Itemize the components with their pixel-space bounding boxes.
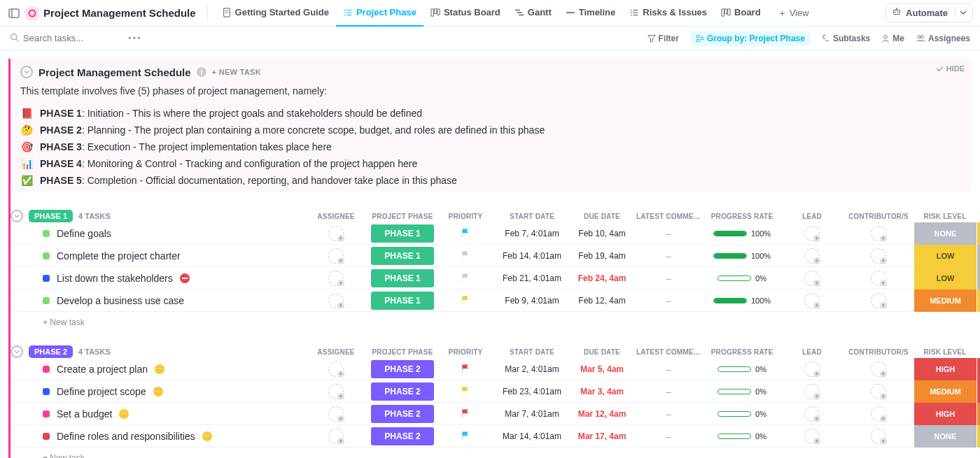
add-contributor-icon[interactable] bbox=[871, 293, 886, 308]
column-header[interactable]: CONTRIBUTOR/S bbox=[844, 348, 913, 356]
tab-board[interactable]: Board bbox=[714, 0, 768, 27]
tab-project-phase[interactable]: Project Phase bbox=[336, 0, 424, 27]
lead-cell[interactable] bbox=[780, 406, 844, 422]
column-header[interactable]: START DATE bbox=[493, 213, 570, 220]
start-date[interactable]: Mar 7, 4:01am bbox=[493, 409, 570, 419]
latest-comment[interactable]: – bbox=[634, 296, 704, 306]
issue-level[interactable]: NONE bbox=[976, 245, 980, 267]
task-row[interactable]: List down the stakeholders PHASE 1Feb 21… bbox=[10, 267, 972, 289]
column-header[interactable]: ISSUE LEVEL bbox=[976, 348, 980, 356]
search-input[interactable] bbox=[23, 33, 121, 43]
hide-button[interactable]: HIDE bbox=[936, 64, 965, 73]
column-header[interactable]: DUE DATE bbox=[570, 213, 634, 220]
add-assignee-icon[interactable] bbox=[328, 384, 344, 399]
task-title[interactable]: Set a budget bbox=[57, 408, 112, 420]
status-square[interactable] bbox=[43, 410, 50, 417]
panel-title[interactable]: Project Management Schedule bbox=[38, 66, 191, 78]
issue-level[interactable]: HIGH bbox=[976, 380, 980, 403]
add-lead-icon[interactable] bbox=[804, 226, 820, 241]
phase-cell[interactable]: PHASE 2 bbox=[368, 405, 438, 423]
priority-cell[interactable] bbox=[438, 364, 493, 375]
risk-level[interactable]: MEDIUM bbox=[913, 289, 976, 312]
status-square[interactable] bbox=[43, 275, 50, 282]
lead-cell[interactable] bbox=[780, 226, 844, 241]
priority-cell[interactable] bbox=[438, 250, 493, 262]
phase-cell[interactable]: PHASE 1 bbox=[368, 224, 438, 243]
risk-level[interactable]: LOW bbox=[913, 267, 976, 289]
start-date[interactable]: Feb 7, 4:01am bbox=[493, 229, 570, 238]
assignees-button[interactable]: Assignees bbox=[916, 34, 970, 43]
add-assignee-icon[interactable] bbox=[328, 226, 344, 241]
subtasks-button[interactable]: Subtasks bbox=[822, 34, 870, 43]
column-header[interactable]: ASSIGNEE bbox=[304, 348, 368, 356]
group-badge[interactable]: PHASE 1 bbox=[29, 210, 73, 222]
new-task-button[interactable]: + New task bbox=[10, 448, 972, 458]
latest-comment[interactable]: – bbox=[634, 273, 704, 284]
add-lead-icon[interactable] bbox=[804, 293, 820, 308]
search-box[interactable] bbox=[10, 33, 121, 44]
priority-cell[interactable] bbox=[438, 273, 493, 285]
lead-cell[interactable] bbox=[780, 271, 844, 286]
progress-cell[interactable]: 100% bbox=[704, 252, 780, 260]
column-header[interactable]: DUE DATE bbox=[570, 348, 634, 356]
phase-cell[interactable]: PHASE 1 bbox=[368, 292, 438, 310]
task-title[interactable]: Define roles and responsibilities bbox=[57, 431, 195, 442]
add-assignee-icon[interactable] bbox=[328, 248, 344, 264]
issue-level[interactable]: LOW bbox=[976, 289, 980, 312]
lead-cell[interactable] bbox=[780, 429, 844, 444]
add-lead-icon[interactable] bbox=[804, 362, 820, 377]
start-date[interactable]: Feb 21, 4:01am bbox=[493, 273, 570, 283]
new-task-button[interactable]: + NEW TASK bbox=[212, 68, 261, 76]
new-task-button[interactable]: + New task bbox=[10, 312, 972, 327]
add-assignee-icon[interactable] bbox=[328, 362, 344, 377]
progress-cell[interactable]: 0% bbox=[704, 274, 780, 282]
risk-level[interactable]: NONE bbox=[913, 425, 976, 448]
lead-cell[interactable] bbox=[780, 248, 844, 264]
status-square[interactable] bbox=[43, 433, 50, 440]
contributors-cell[interactable] bbox=[844, 362, 913, 377]
project-title[interactable]: Project Management Schedule bbox=[43, 7, 196, 19]
phase-cell[interactable]: PHASE 2 bbox=[368, 382, 438, 401]
task-row[interactable]: Set a budget ⋯PHASE 2Mar 7, 4:01amMar 12… bbox=[10, 403, 972, 425]
add-contributor-icon[interactable] bbox=[871, 271, 886, 286]
due-date[interactable]: Feb 12, 4am bbox=[570, 296, 634, 306]
task-row[interactable]: Develop a business use case PHASE 1Feb 9… bbox=[10, 289, 972, 312]
tab-gantt[interactable]: Gantt bbox=[507, 0, 559, 27]
priority-cell[interactable] bbox=[438, 431, 493, 443]
task-row[interactable]: Define goals PHASE 1Feb 7, 4:01amFeb 10,… bbox=[10, 222, 972, 245]
add-contributor-icon[interactable] bbox=[871, 406, 886, 422]
priority-cell[interactable] bbox=[438, 295, 493, 307]
issue-level[interactable]: MEDIUM bbox=[976, 403, 980, 425]
task-title[interactable]: Develop a business use case bbox=[57, 295, 184, 306]
issue-level[interactable]: LOW bbox=[976, 425, 980, 448]
contributors-cell[interactable] bbox=[844, 271, 913, 286]
start-date[interactable]: Mar 14, 4:01am bbox=[493, 431, 570, 441]
due-date[interactable]: Feb 24, 4am bbox=[570, 273, 634, 283]
add-contributor-icon[interactable] bbox=[871, 226, 886, 241]
contributors-cell[interactable] bbox=[844, 406, 913, 422]
tab-getting-started-guide[interactable]: Getting Started Guide bbox=[215, 0, 336, 27]
task-title[interactable]: Define goals bbox=[57, 228, 111, 239]
status-square[interactable] bbox=[43, 297, 50, 304]
priority-cell[interactable] bbox=[438, 386, 493, 398]
column-header[interactable]: ASSIGNEE bbox=[304, 213, 368, 220]
risk-level[interactable]: LOW bbox=[913, 245, 976, 267]
add-contributor-icon[interactable] bbox=[871, 384, 886, 399]
progress-cell[interactable]: 0% bbox=[704, 387, 780, 396]
column-header[interactable]: START DATE bbox=[493, 348, 570, 356]
phase-cell[interactable]: PHASE 1 bbox=[368, 269, 438, 287]
column-header[interactable]: ISSUE LEVEL bbox=[976, 213, 980, 220]
start-date[interactable]: Feb 23, 4:01am bbox=[493, 387, 570, 396]
task-title[interactable]: Define project scope bbox=[57, 386, 146, 397]
due-date[interactable]: Mar 5, 4am bbox=[570, 364, 634, 374]
assignee-cell[interactable] bbox=[304, 429, 368, 444]
due-date[interactable]: Feb 10, 4am bbox=[570, 229, 634, 238]
task-row[interactable]: Create a project plan ⋯PHASE 2Mar 2, 4:0… bbox=[10, 358, 972, 380]
add-assignee-icon[interactable] bbox=[328, 406, 344, 422]
issue-level[interactable]: HIGH bbox=[976, 358, 980, 380]
latest-comment[interactable]: – bbox=[634, 431, 704, 442]
add-view-button[interactable]: ＋ View bbox=[772, 7, 815, 20]
risk-level[interactable]: NONE bbox=[913, 222, 976, 245]
tab-status-board[interactable]: Status Board bbox=[424, 0, 507, 27]
phase-cell[interactable]: PHASE 1 bbox=[368, 247, 438, 265]
